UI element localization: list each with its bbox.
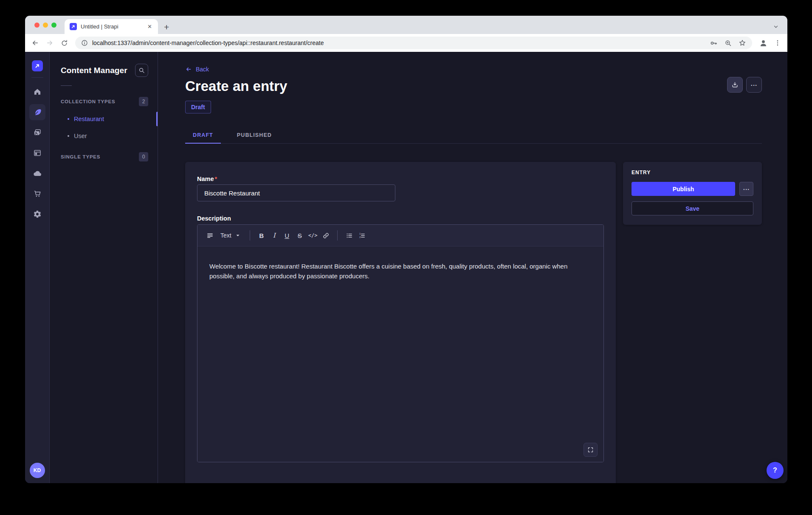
traffic-lights [25,16,65,34]
nav-cloud-icon[interactable] [29,165,45,181]
toolbar-divider [337,230,338,241]
required-asterisk: * [215,175,217,182]
description-field-label: Description [197,215,604,222]
minimize-window-button[interactable] [43,23,48,28]
bold-button[interactable]: B [255,229,268,242]
nav-content-type-builder-icon[interactable] [29,145,45,161]
tab-published[interactable]: PUBLISHED [229,132,279,143]
tab-title: Untitled | Strapi [81,23,142,30]
content-manager-sidebar: Content Manager COLLECTION TYPES 2 Resta… [50,52,158,483]
close-window-button[interactable] [34,23,39,28]
toolbar-divider [250,230,250,241]
sidebar-title: Content Manager [61,66,127,75]
ellipsis-icon: ... [751,84,758,86]
nav-content-manager-icon[interactable] [29,104,45,120]
publish-button[interactable]: Publish [632,182,735,196]
entry-panel-title: ENTRY [632,170,753,175]
nav-settings-icon[interactable] [29,206,45,222]
save-button[interactable]: Save [632,201,753,215]
zoom-page-icon[interactable] [725,40,732,47]
entry-panel: ENTRY Publish ... Save [623,162,762,225]
bullet-icon [68,118,69,120]
nav-rail: KD [25,52,50,483]
new-tab-button[interactable]: + [164,23,169,31]
collection-types-label: COLLECTION TYPES [61,99,115,104]
nav-home-icon[interactable] [29,84,45,100]
sidebar-item-label: User [74,133,87,139]
profile-avatar-icon[interactable] [759,39,768,48]
tab-draft[interactable]: DRAFT [185,132,221,143]
editor-toolbar: Text B I U S </> [197,225,603,246]
help-button[interactable]: ? [767,462,784,479]
nav-media-library-icon[interactable] [29,125,45,141]
bookmark-star-icon[interactable] [739,39,746,47]
strapi-logo-icon[interactable] [32,60,43,71]
site-info-icon[interactable] [81,40,88,46]
browser-toolbar: localhost:1337/admin/content-manager/col… [25,34,787,52]
rail-divider [31,77,43,78]
entry-more-options-button[interactable]: ... [739,182,753,196]
header-more-options-button[interactable]: ... [746,77,762,93]
strikethrough-button[interactable]: S [293,229,306,242]
status-badge: Draft [185,101,211,113]
tab-close-icon[interactable]: ✕ [146,23,154,31]
sidebar-item-label: Restaurant [74,116,104,122]
text-style-dropdown[interactable]: Text [216,229,245,242]
bullet-list-button[interactable] [343,229,355,242]
strapi-app: KD Content Manager COLLECTION TYPES 2 [25,52,787,483]
name-input[interactable] [197,184,395,201]
editor-content[interactable]: Welcome to Biscotte restaurant! Restaura… [197,246,603,462]
export-download-button[interactable] [727,77,743,93]
back-navigation-icon[interactable] [29,37,41,49]
underline-button[interactable]: U [281,229,293,242]
password-key-icon[interactable] [710,39,718,47]
svg-text:2: 2 [359,236,361,238]
version-tabs: DRAFT PUBLISHED [185,132,762,144]
rich-text-editor: Text B I U S </> [197,224,604,462]
browser-menu-icon[interactable] [774,39,781,47]
name-field-label: Name* [197,175,604,182]
browser-window: Untitled | Strapi ✕ + [25,16,787,483]
back-arrow-icon [185,66,192,73]
code-button[interactable]: </> [306,229,320,242]
back-label: Back [196,66,209,73]
paragraph-style-icon[interactable] [203,229,216,242]
fullscreen-window-button[interactable] [51,23,56,28]
url-text[interactable]: localhost:1337/admin/content-manager/col… [92,40,703,46]
page-title: Create an entry [185,78,762,95]
entry-form-card: Name* Description Text [185,162,616,483]
sidebar-divider [61,85,72,86]
single-types-count-badge: 0 [139,152,148,161]
text-style-value: Text [220,232,231,239]
ellipsis-icon: ... [743,188,750,190]
link-button[interactable] [319,229,332,242]
sidebar-item-user[interactable]: User [50,127,158,144]
collection-types-count-badge: 2 [139,97,148,106]
user-avatar[interactable]: KD [30,463,45,478]
description-text[interactable]: Welcome to Biscotte restaurant! Restaura… [209,261,592,281]
expand-editor-button[interactable] [584,443,598,457]
strapi-favicon-icon [70,23,77,30]
chevron-down-icon [235,233,240,238]
search-button[interactable] [135,64,148,77]
screenshot-root: Untitled | Strapi ✕ + [0,0,812,515]
browser-tab-strip: Untitled | Strapi ✕ + [25,16,787,34]
forward-navigation-icon[interactable] [44,37,56,49]
ordered-list-button[interactable]: 12 [355,229,368,242]
main-content: ... Back Create an entry Draft DRAFT PUB… [158,52,787,483]
italic-button[interactable]: I [268,229,281,242]
reload-icon[interactable] [58,37,70,49]
bullet-icon [68,135,69,137]
sidebar-item-restaurant[interactable]: Restaurant [50,110,158,127]
nav-marketplace-icon[interactable] [29,186,45,202]
back-link[interactable]: Back [185,66,762,73]
browser-tab[interactable]: Untitled | Strapi ✕ [65,19,158,34]
chrome-right-controls [757,39,781,48]
svg-text:1: 1 [359,232,361,235]
single-types-label: SINGLE TYPES [61,154,100,159]
address-bar[interactable]: localhost:1337/admin/content-manager/col… [75,37,752,49]
tab-search-chevron-icon[interactable] [773,24,779,30]
